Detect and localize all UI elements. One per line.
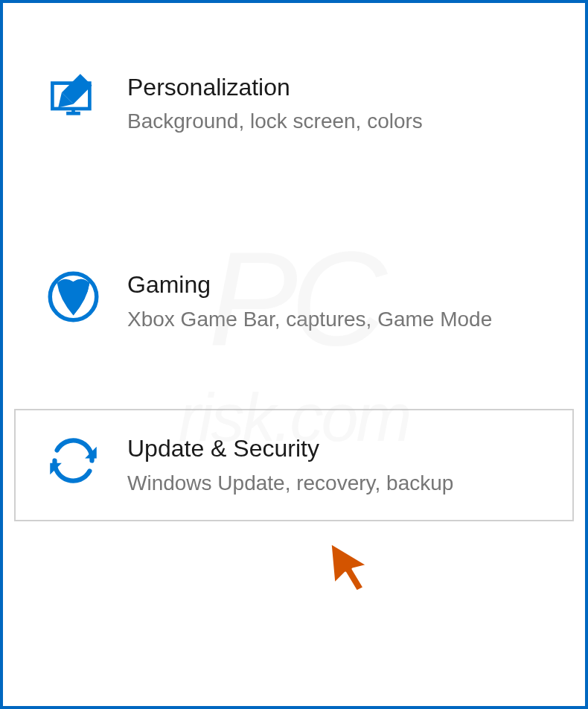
settings-item-text: Update & Security Windows Update, recove… [127,433,543,497]
settings-item-text: Gaming Xbox Game Bar, captures, Game Mod… [127,269,543,333]
settings-item-personalization[interactable]: Personalization Background, lock screen,… [14,48,574,159]
settings-item-title: Gaming [127,270,543,299]
settings-item-description: Xbox Game Bar, captures, Game Mode [127,305,543,334]
settings-item-title: Update & Security [127,434,543,462]
update-icon [45,433,101,489]
settings-item-gaming[interactable]: Gaming Xbox Game Bar, captures, Game Mod… [14,245,574,357]
settings-item-description: Background, lock screen, colors [127,107,543,136]
settings-item-description: Windows Update, recovery, backup [127,469,543,497]
personalization-icon [45,71,101,127]
settings-categories-list: PC risk.com Personalization Background, … [3,3,585,706]
settings-item-update-security[interactable]: Update & Security Windows Update, recove… [14,409,574,521]
gaming-icon [45,269,101,325]
settings-item-title: Personalization [127,73,543,101]
settings-item-text: Personalization Background, lock screen,… [127,71,543,136]
annotation-cursor-icon [316,528,383,598]
